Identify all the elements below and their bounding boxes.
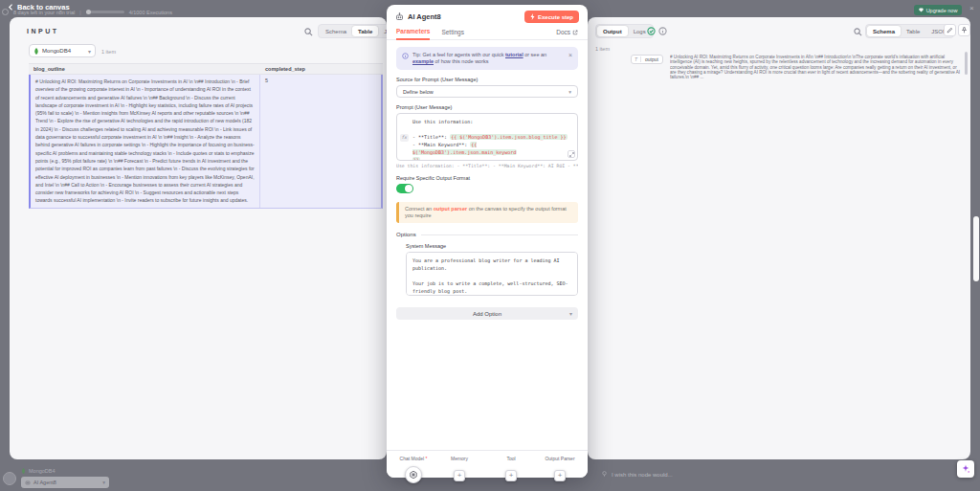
input-table-header: blog_outline completed_step [29, 63, 383, 75]
add-tool-button[interactable]: + [505, 470, 517, 481]
pin-output-button[interactable] [958, 24, 970, 36]
require-output-format-toggle[interactable] [396, 184, 413, 193]
robot-icon [395, 12, 404, 21]
node-title[interactable]: AI Agent8 [408, 12, 441, 21]
node-detail-modal: AI Agent8 Execute step Parameters Settin… [387, 5, 588, 478]
cell-completed-step: 5 [260, 75, 381, 208]
prompt-editor[interactable]: fx Use this information: - **Title**: {{… [396, 113, 578, 161]
connector-chat-model: Chat Model * [390, 456, 437, 461]
options-section: Options [396, 232, 578, 237]
gem-icon [919, 8, 924, 12]
modal-tabs: Parameters Settings Docs [387, 27, 588, 40]
expression-token: }} [412, 157, 420, 161]
input-source-select[interactable]: MongoDB4 ▾ [29, 44, 96, 57]
back-to-canvas-label: Back to canvas [17, 3, 70, 11]
lightbulb-icon [601, 471, 608, 478]
chevron-down-icon: ▾ [102, 480, 105, 485]
pencil-icon [947, 27, 953, 33]
mongodb-leaf-icon [33, 48, 39, 55]
table-row[interactable]: # Unlocking AI ROI: Maximizing Returns o… [29, 75, 383, 209]
expand-editor-icon[interactable] [568, 150, 575, 158]
sparkle-icon [961, 464, 970, 474]
field-value-preview: # Unlocking AI ROI: Maximizing Returns o… [670, 55, 963, 79]
openai-logo-icon [409, 470, 418, 480]
system-message-group: System Message You are a professional bl… [396, 243, 578, 300]
docs-link[interactable]: Docs [556, 29, 578, 39]
panel-resize-handle[interactable] [973, 216, 979, 281]
tab-parameters[interactable]: Parameters [396, 28, 430, 40]
input-search-icon[interactable] [304, 28, 313, 36]
tutorial-link[interactable]: tutorial [505, 52, 523, 57]
output-panel: Output Logs Schema Table JSON 1 item T o… [588, 17, 970, 459]
chevron-down-icon: ▾ [568, 89, 571, 95]
tab-output[interactable]: Output [597, 26, 628, 36]
system-message-textarea[interactable]: You are a professional blog writer for a… [406, 252, 578, 296]
tip-close-icon[interactable]: × [568, 52, 572, 58]
output-schema-field[interactable]: T output [631, 55, 663, 64]
upgrade-now-button[interactable]: Upgrade now [914, 5, 962, 15]
execute-step-button[interactable]: Execute step [524, 11, 579, 23]
field-name: output [641, 56, 662, 62]
chevron-down-icon: ▾ [88, 48, 91, 55]
external-link-icon [572, 30, 578, 35]
tip-text: Tip: Get a feel for agents with our quic… [412, 52, 563, 65]
output-mode-tabs: Output Logs [595, 24, 654, 38]
back-arrow-icon [8, 4, 14, 11]
modal-header: AI Agent8 Execute step [387, 5, 588, 27]
canvas-node-mongodb[interactable]: MongoDB4 [21, 468, 109, 474]
modal-footer: Chat Model * Memory + Tool + Output Pars… [387, 450, 588, 478]
require-output-format-label: Require Specific Output Format [396, 175, 578, 181]
column-completed-step[interactable]: completed_step [260, 66, 383, 72]
output-tab-table[interactable]: Table [901, 26, 925, 36]
add-memory-button[interactable]: + [454, 470, 465, 481]
canvas-node-ai-agent[interactable]: AI Agent8 ▾ [21, 477, 109, 488]
input-source-value: MongoDB4 [42, 48, 71, 54]
mongodb-leaf-icon [21, 468, 26, 474]
edit-output-button[interactable] [944, 24, 956, 36]
output-parser-link[interactable]: output parser [434, 206, 467, 212]
column-blog-outline[interactable]: blog_outline [29, 66, 260, 72]
output-search-icon[interactable] [854, 28, 862, 36]
output-parser-warning: Connect an output parser on the canvas t… [396, 202, 578, 223]
chevron-down-icon: ▾ [569, 310, 572, 317]
prompt-label: Prompt (User Message) [396, 104, 578, 110]
chat-model-connector[interactable] [405, 466, 422, 483]
back-to-canvas-link[interactable]: Back to canvas [8, 3, 70, 11]
output-view-tabs: Schema Table JSON [865, 24, 954, 38]
banner-close-icon[interactable]: × [969, 4, 974, 12]
input-panel-title: INPUT [27, 28, 59, 34]
executions-count: 4/1000 Executions [129, 10, 172, 15]
expression-token: {{ $('MongoDB3').item.json.blog_title }} [450, 134, 567, 140]
input-item-count: 1 item [101, 49, 116, 55]
cell-blog-outline: # Unlocking AI ROI: Maximizing Returns o… [31, 75, 260, 208]
ai-assistant-button[interactable] [957, 460, 974, 478]
output-scrollbar[interactable] [965, 52, 968, 75]
expression-preview: Use this information: - **Title**: - **M… [396, 164, 578, 168]
tab-settings[interactable]: Settings [441, 29, 464, 39]
user-avatar[interactable] [3, 472, 16, 485]
example-link[interactable]: example [412, 58, 434, 64]
add-output-parser-button[interactable]: + [554, 470, 566, 481]
wish-feedback-input[interactable]: I wish this node would... [601, 471, 673, 478]
source-for-prompt-select[interactable]: Define below ▾ [396, 85, 578, 98]
output-tab-schema[interactable]: Schema [867, 26, 901, 36]
info-circle-icon[interactable] [658, 27, 667, 35]
input-table: blog_outline completed_step # Unlocking … [29, 63, 383, 209]
input-tab-table[interactable]: Table [352, 26, 378, 36]
input-tab-schema[interactable]: Schema [320, 26, 352, 36]
canvas-node-list: MongoDB4 AI Agent8 ▾ [21, 468, 109, 488]
pin-icon [961, 27, 968, 33]
connector-output-parser: Output Parser + [536, 456, 584, 461]
source-for-prompt-label: Source for Prompt (User Message) [396, 77, 578, 82]
parameters-body: Tip: Get a feel for agents with our quic… [387, 40, 588, 450]
field-type-icon: T [632, 56, 641, 62]
executions-progressbar [86, 11, 124, 13]
success-check-icon [647, 27, 656, 35]
input-panel: INPUT Schema Table JSON MongoDB4 ▾ 1 ite… [10, 17, 387, 459]
output-item-count: 1 item [595, 46, 610, 52]
fx-badge-icon: fx [400, 134, 409, 142]
add-option-button[interactable]: Add Option ▾ [396, 307, 578, 320]
connector-memory: Memory + [440, 456, 479, 461]
tip-info-icon [402, 53, 409, 59]
connector-tool: Tool + [497, 456, 525, 461]
